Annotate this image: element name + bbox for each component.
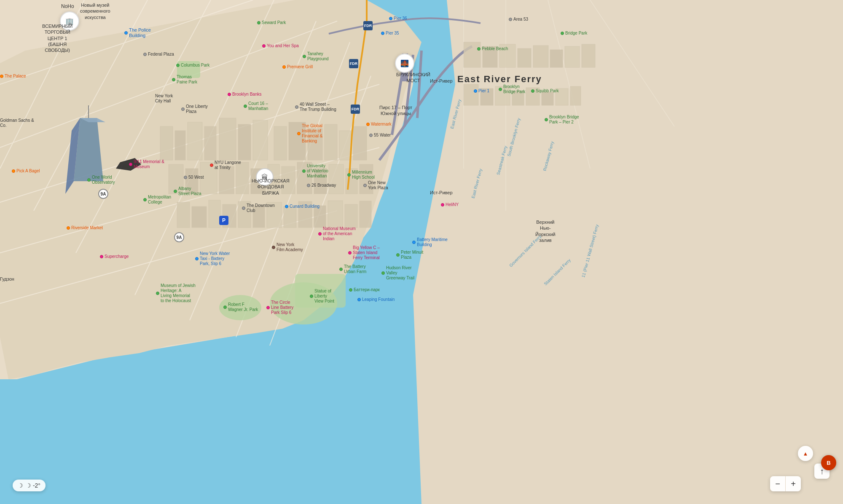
fdr-shield-1: FDR	[363, 21, 373, 30]
east-river-lower-russian: Ист-Ривер	[430, 190, 453, 196]
moon-icon: ☽	[18, 482, 23, 489]
upper-bay-russian: ВерхнийНью-Йоркскийзалив	[535, 219, 556, 243]
pier11-ferry-label: 11 (Pier 11 Wall Street) Ferry	[581, 224, 599, 278]
zoom-in-button[interactable]: +	[786, 476, 801, 491]
south-brooklyn-label: South Brooklyn Ferry	[506, 118, 521, 157]
compass-button[interactable]: ▲	[798, 446, 813, 461]
hudson-russian: Гудзон	[0, 276, 14, 282]
noho-label: NoHo	[61, 3, 74, 9]
zoom-controls[interactable]: − +	[770, 476, 801, 491]
brooklyn-bridge-russian: БРУКЛИНСКИЙМОСТ	[396, 72, 430, 84]
temperature-badge: ☽ ☽ -2°	[13, 480, 46, 491]
parking-badge: P	[219, 216, 228, 225]
world-trade-russian: ВСЕМИРНЫЙТОРГОВЫЙЦЕНТР 1(БАШНЯСВОБОДЫ)	[42, 23, 72, 53]
zoom-out-button[interactable]: −	[770, 476, 785, 491]
temperature-value: ☽ -2°	[26, 482, 40, 489]
fdr-shield-3: FDR	[351, 105, 360, 114]
staten-island-ferry-label: Staten Island Ferry	[543, 258, 572, 287]
rockaway-label: Rockaway Ferry	[542, 141, 554, 172]
map-container[interactable]: 🏛 🌉 🏢 East River Ferry NoHo Новый музейс…	[0, 0, 843, 504]
9a-shield-1: 9A	[98, 189, 108, 199]
east-river-russian: Ист-Ривер	[430, 78, 453, 84]
bearing-indicator[interactable]: B	[821, 455, 836, 470]
east-river-ferry-label2: East River Ferry	[470, 168, 483, 199]
labels-layer: East River Ferry NoHo Новый музейсовреме…	[0, 0, 843, 504]
seastreak-label: Seastreak Ferry	[496, 145, 508, 176]
fdr-shield-2: FDR	[349, 59, 358, 68]
pier17-russian: Пирс 17 – ПортЮжной улицы	[379, 105, 412, 117]
9a-shield-2: 9A	[174, 232, 184, 242]
east-river-ferry-label1: East River Ferry	[449, 99, 462, 129]
fulton-ferry-label: East River Ferry	[457, 74, 542, 85]
new-museum-label: Новый музейсовременногоискусства	[80, 2, 110, 20]
nyse-russian: НЬЮ-ЙОРКСКАЯФОНДОВАЯБИРЖА	[252, 178, 290, 196]
